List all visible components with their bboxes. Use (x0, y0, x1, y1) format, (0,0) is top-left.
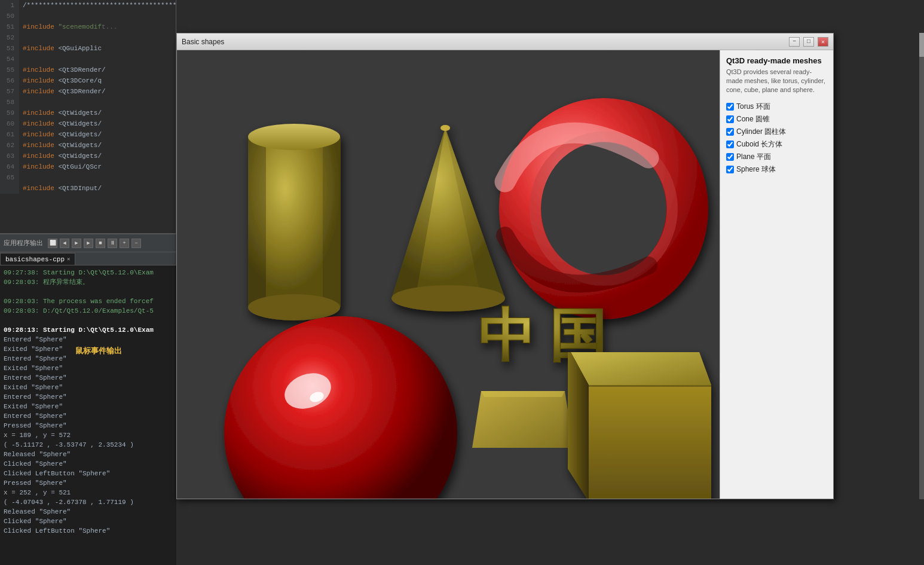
shapes-body: 中 国 (177, 50, 833, 499)
output-line-clickedleft1: Clicked LeftButton "Sphere" (4, 469, 173, 478)
output-line-4: 09:28:03: D:/Qt/Qt5.12.0/Examples/Qt-5 (4, 306, 173, 316)
code-line-53: #include <QGuiApplic (19, 43, 102, 54)
3d-viewport-svg: 中 国 (177, 50, 720, 499)
line-num-51: 51 (0, 22, 19, 32)
output-line-8: Entered "Sphere" (4, 373, 173, 383)
output-line-2: 09:28:03: 程序异常结束。 (4, 277, 173, 287)
output-tab-bar: basicshapes-cpp ✕ (0, 252, 176, 265)
right-panel-title: Qt3D ready-made meshes (726, 56, 827, 65)
toolbar-btn-right[interactable]: ▶ (72, 239, 81, 248)
output-line-released2: Released "Sphere" (4, 507, 173, 517)
output-line-exited3: Exited "Sphere" (4, 402, 173, 411)
output-line-clicked1: Clicked "Sphere" (4, 459, 173, 469)
line-num-dot (0, 183, 19, 194)
toolbar-btn-plus[interactable]: + (120, 239, 129, 248)
checkbox-torus-input[interactable] (726, 103, 734, 111)
code-editor: 1 /*************************************… (0, 0, 176, 236)
code-line-52 (19, 32, 23, 43)
line-num-65: 65 (0, 172, 19, 183)
code-line-64: #include <QtGui/QScr (19, 161, 102, 172)
code-line-51: #include "scenemodift... (19, 22, 117, 32)
checkbox-cuboid[interactable]: Cuboid 长方体 (726, 139, 827, 149)
checkbox-cuboid-input[interactable] (726, 141, 734, 148)
torus-shape (499, 98, 708, 319)
output-line-6: Entered "Sphere" (4, 335, 173, 344)
right-scrollbar[interactable] (919, 33, 924, 499)
checkbox-plane-input[interactable] (726, 153, 734, 161)
svg-point-4 (248, 294, 340, 320)
toolbar-btn-stop[interactable]: ■ (96, 239, 105, 248)
output-line-released1: Released "Sphere" (4, 450, 173, 459)
svg-rect-2 (248, 137, 266, 307)
checkbox-sphere-input[interactable] (726, 166, 734, 173)
toolbar-btn-img[interactable]: ⬜ (48, 239, 57, 248)
toolbar-btn-play[interactable]: ▶ (84, 239, 93, 248)
svg-marker-22 (589, 385, 711, 387)
output-line-1: 09:27:38: Starting D:\Qt\Qt5.12.0\Exam (4, 268, 173, 277)
line-num-58: 58 (0, 97, 19, 108)
plane-shape (472, 391, 574, 448)
svg-rect-3 (323, 137, 341, 307)
checkbox-torus[interactable]: Torus 环面 (726, 102, 827, 112)
line-num-56: 56 (0, 75, 19, 86)
right-panel-description: Qt3D provides several ready-made meshes,… (726, 68, 827, 94)
line-num-52: 52 (0, 32, 19, 43)
output-content[interactable]: 09:27:38: Starting D:\Qt\Qt5.12.0\Exam 0… (0, 265, 176, 565)
maximize-button[interactable]: □ (803, 37, 814, 47)
output-toolbar: 应用程序输出 ⬜ ◀ ▶ ▶ ■ ⏸ + − (0, 234, 176, 252)
line-num-50: 50 (0, 11, 19, 22)
svg-marker-19 (589, 385, 711, 499)
tab-close-icon[interactable]: ✕ (67, 254, 70, 265)
toolbar-btn-minus[interactable]: − (131, 239, 141, 248)
code-line-56: #include <Qt3DCore/q (19, 75, 102, 86)
checkbox-cylinder[interactable]: Cylinder 圆柱体 (726, 127, 827, 137)
output-line-coords2: ( -4.07043 , -2.67378 , 1.77119 ) (4, 497, 173, 507)
right-panel: Qt3D ready-made meshes Qt3D provides sev… (720, 50, 833, 499)
output-line-xy1: x = 189 , y = 572 (4, 430, 173, 440)
code-line-65 (19, 172, 23, 183)
svg-marker-17 (472, 391, 574, 448)
code-line-61: #include <QtWidgets/ (19, 129, 102, 140)
toolbar-btn-left[interactable]: ◀ (60, 239, 69, 248)
checkbox-torus-label: Torus 环面 (736, 102, 770, 112)
output-line-3: 09:28:03: The process was ended forcef (4, 297, 173, 306)
output-line-exited2: Exited "Sphere" (4, 364, 173, 373)
line-num-60: 60 (0, 118, 19, 129)
close-button[interactable]: ✕ (818, 37, 828, 47)
line-num-53: 53 (0, 43, 19, 54)
checkbox-cone-input[interactable] (726, 115, 734, 123)
code-line-55: #include <Qt3DRender/ (19, 65, 106, 75)
checkbox-cylinder-input[interactable] (726, 128, 734, 136)
svg-point-5 (248, 124, 340, 150)
code-line-dot: #include <Qt3DInput/ (19, 183, 102, 194)
output-area: 应用程序输出 ⬜ ◀ ▶ ▶ ■ ⏸ + − basicshapes-cpp ✕… (0, 233, 176, 565)
shapes-window: Basic shapes − □ ✕ (176, 33, 834, 499)
viewport[interactable]: 中 国 (177, 50, 720, 499)
svg-point-10 (440, 125, 450, 131)
checkbox-plane-label: Plane 平面 (736, 152, 771, 162)
mouse-label: 鼠标事件输出 (75, 347, 122, 356)
code-line-50 (19, 11, 23, 22)
checkbox-cone-label: Cone 圆锥 (736, 114, 770, 124)
output-toolbar-label: 应用程序输出 (4, 239, 43, 248)
checkbox-plane[interactable]: Plane 平面 (726, 152, 827, 162)
checkbox-cylinder-label: Cylinder 圆柱体 (736, 127, 786, 137)
output-line-clicked2: Clicked "Sphere" (4, 517, 173, 526)
output-line-clickedleft2: Clicked LeftButton "Sphere" (4, 526, 173, 536)
cuboid-shape (568, 352, 711, 499)
checkbox-cone[interactable]: Cone 圆锥 (726, 114, 827, 124)
output-tab-label: basicshapes-cpp (5, 254, 65, 265)
minimize-button[interactable]: − (789, 37, 800, 47)
shapes-titlebar: Basic shapes − □ ✕ (177, 33, 833, 50)
scrollbar-thumb[interactable] (919, 33, 924, 57)
output-tab-basicshapes[interactable]: basicshapes-cpp ✕ (0, 253, 75, 265)
checkbox-sphere-label: Sphere 球体 (736, 164, 776, 175)
toolbar-btn-pause[interactable]: ⏸ (108, 239, 117, 248)
line-num-64: 64 (0, 161, 19, 172)
code-line-54 (19, 54, 23, 65)
line-num-61: 61 (0, 129, 19, 140)
output-line-9: Exited "Sphere" 鼠标事件输出 (4, 383, 173, 392)
output-line-11: Entered "Sphere" (4, 411, 173, 421)
output-line-5: 09:28:13: Starting D:\Qt\Qt5.12.0\Exam (4, 325, 173, 335)
checkbox-sphere[interactable]: Sphere 球体 (726, 164, 827, 175)
